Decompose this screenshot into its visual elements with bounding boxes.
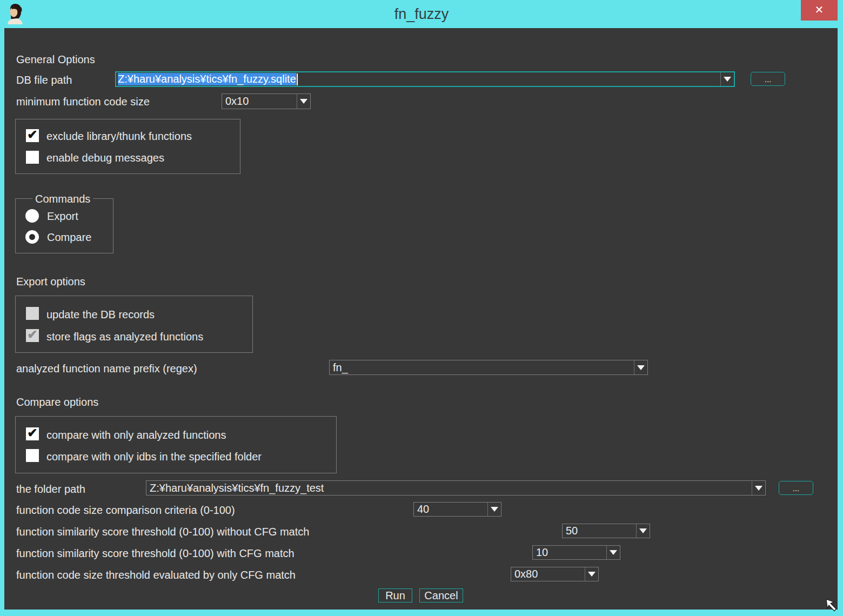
code-size-cfg-label: function code size threshold evaluated b… (16, 568, 296, 582)
folder-path-dropdown-button[interactable] (752, 481, 765, 495)
db-path-browse-button[interactable]: ... (751, 72, 785, 86)
similarity-cfg-value[interactable]: 10 (533, 546, 606, 559)
checkbox-store-flags-label: store flags as analyzed functions (46, 330, 203, 344)
selected-text: Z:¥haru¥analysis¥tics¥fn_fuzzy.sqlite (118, 73, 296, 85)
checkbox-compare-analyzed[interactable] (26, 427, 39, 440)
checkbox-exclude-library-thunk[interactable] (26, 129, 39, 142)
general-checkbox-group (15, 119, 240, 174)
chevron-down-icon (637, 365, 645, 370)
dialog-window: fn_fuzzy ✕ General Options DB file path … (0, 0, 843, 616)
code-size-cfg-value[interactable]: 0x80 (511, 567, 585, 581)
checkbox-compare-idbs[interactable] (26, 449, 39, 462)
folder-path-label: the folder path (16, 483, 85, 496)
similarity-no-cfg-value[interactable]: 50 (563, 524, 636, 538)
code-size-criteria-label: function code size comparison criteria (… (16, 504, 235, 517)
min-code-size-label: minimum function code size (16, 95, 150, 109)
checkbox-update-db-records[interactable] (26, 307, 39, 320)
chevron-down-icon (300, 99, 307, 104)
chevron-down-icon (755, 486, 762, 491)
checkbox-enable-debug[interactable] (26, 151, 39, 164)
woman-portrait-icon[interactable] (6, 2, 24, 26)
prefix-label: analyzed function name prefix (regex) (16, 362, 197, 376)
min-code-size-combobox[interactable]: 0x10 (222, 93, 311, 109)
prefix-combobox[interactable]: fn_ (329, 360, 648, 375)
close-button[interactable]: ✕ (801, 0, 838, 21)
heading-general-options: General Options (16, 53, 95, 66)
text-caret (297, 73, 298, 85)
checkbox-compare-idbs-label: compare with only idbs in the specified … (46, 450, 262, 464)
chevron-down-icon (588, 572, 596, 577)
similarity-no-cfg-label: function similarity score threshold (0-1… (16, 525, 309, 539)
db-file-path-combobox[interactable]: Z:¥haru¥analysis¥tics¥fn_fuzzy.sqlite (115, 71, 735, 87)
commands-legend: Commands (32, 192, 93, 205)
prefix-value[interactable]: fn_ (330, 360, 634, 374)
chevron-down-icon (610, 550, 617, 555)
code-size-criteria-dropdown-button[interactable] (487, 503, 501, 516)
window-title: fn_fuzzy (0, 0, 843, 28)
code-size-criteria-value[interactable]: 40 (414, 503, 487, 516)
chevron-down-icon (639, 528, 647, 533)
folder-path-value[interactable]: Z:¥haru¥analysis¥tics¥fn_fuzzy_test (146, 481, 752, 495)
db-file-path-value[interactable]: Z:¥haru¥analysis¥tics¥fn_fuzzy.sqlite (116, 72, 720, 86)
commands-groupbox (15, 198, 113, 253)
folder-path-browse-button[interactable]: ... (779, 481, 813, 495)
chevron-down-icon (491, 507, 498, 512)
similarity-cfg-combobox[interactable]: 10 (532, 545, 620, 560)
heading-export-options: Export options (16, 275, 85, 289)
code-size-criteria-combobox[interactable]: 40 (413, 502, 501, 517)
compare-checkbox-group (15, 416, 337, 473)
code-size-cfg-combobox[interactable]: 0x80 (511, 567, 599, 581)
min-code-size-value[interactable]: 0x10 (222, 94, 297, 109)
run-button[interactable]: Run (378, 588, 412, 602)
prefix-dropdown-button[interactable] (634, 360, 647, 374)
titlebar[interactable]: fn_fuzzy ✕ (0, 0, 843, 28)
checkbox-exclude-library-thunk-label: exclude library/thunk functions (46, 130, 192, 143)
db-file-path-label: DB file path (16, 73, 72, 87)
radio-compare-label: Compare (47, 231, 91, 244)
radio-compare[interactable] (25, 230, 39, 244)
similarity-no-cfg-combobox[interactable]: 50 (562, 524, 650, 538)
radio-export-label: Export (47, 210, 78, 223)
similarity-cfg-label: function similarity score threshold (0-1… (16, 547, 295, 560)
cancel-button[interactable]: Cancel (419, 588, 463, 602)
code-size-cfg-dropdown-button[interactable] (585, 567, 598, 581)
min-code-size-dropdown-button[interactable] (297, 94, 310, 109)
similarity-cfg-dropdown-button[interactable] (606, 546, 620, 559)
chevron-down-icon (724, 77, 731, 82)
db-file-path-dropdown-button[interactable] (720, 72, 734, 86)
radio-export[interactable] (25, 209, 39, 223)
folder-path-combobox[interactable]: Z:¥haru¥analysis¥tics¥fn_fuzzy_test (146, 480, 766, 496)
export-checkbox-group (15, 296, 253, 353)
checkbox-compare-analyzed-label: compare with only analyzed functions (46, 428, 226, 442)
heading-compare-options: Compare options (16, 396, 98, 409)
close-icon: ✕ (815, 4, 824, 16)
mouse-cursor (825, 598, 841, 616)
similarity-no-cfg-dropdown-button[interactable] (636, 524, 650, 538)
checkbox-store-flags[interactable] (26, 329, 39, 342)
checkbox-update-db-records-label: update the DB records (46, 308, 155, 322)
checkbox-enable-debug-label: enable debug messages (46, 151, 164, 165)
